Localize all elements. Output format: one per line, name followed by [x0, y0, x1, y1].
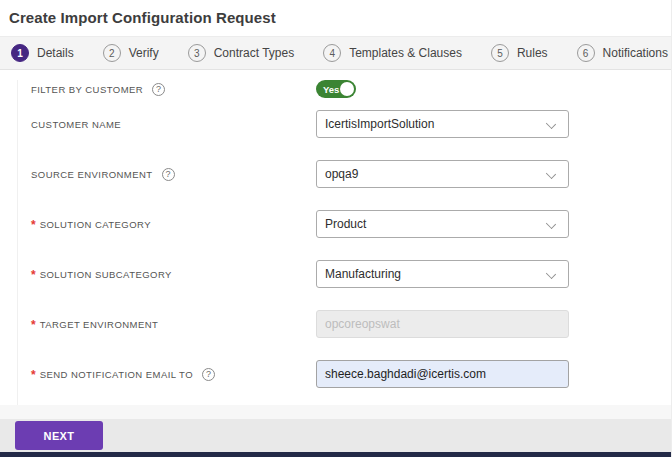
field-row-solution-subcategory: * SOLUTION SUBCATEGORY Manufacturing — [18, 260, 671, 288]
step-number-badge: 5 — [491, 44, 509, 62]
solution-category-select[interactable]: Product — [316, 210, 569, 238]
help-icon[interactable]: ? — [202, 368, 215, 381]
step-label: Notifications — [603, 46, 668, 60]
step-rules[interactable]: 5 Rules — [491, 44, 548, 62]
solution-category-label: SOLUTION CATEGORY — [40, 219, 151, 230]
step-notifications[interactable]: 6 Notifications — [577, 44, 668, 62]
next-button[interactable]: NEXT — [15, 421, 103, 450]
chevron-down-icon — [546, 219, 556, 229]
page-header: Create Import Configuration Request — [0, 0, 671, 36]
source-environment-label: SOURCE ENVIRONMENT — [31, 169, 153, 180]
bottom-accent-bar — [0, 452, 671, 457]
step-label: Details — [37, 46, 74, 60]
notification-email-input[interactable] — [316, 360, 569, 388]
target-environment-label: TARGET ENVIRONMENT — [40, 319, 159, 330]
required-marker: * — [31, 269, 36, 281]
field-row-send-notification-email: * SEND NOTIFICATION EMAIL TO ? — [18, 360, 671, 388]
step-verify[interactable]: 2 Verify — [103, 44, 159, 62]
step-number-badge: 6 — [577, 44, 595, 62]
help-icon[interactable]: ? — [162, 168, 175, 181]
field-row-solution-category: * SOLUTION CATEGORY Product — [18, 210, 671, 238]
send-notification-email-label: SEND NOTIFICATION EMAIL TO — [40, 369, 193, 380]
step-number-badge: 2 — [103, 44, 121, 62]
help-icon[interactable]: ? — [152, 83, 165, 96]
wizard-stepper: 1 Details 2 Verify 3 Contract Types 4 Te… — [0, 36, 671, 70]
footer-bar: NEXT — [0, 419, 671, 452]
chevron-down-icon — [546, 169, 556, 179]
solution-subcategory-label: SOLUTION SUBCATEGORY — [40, 269, 172, 280]
step-label: Contract Types — [214, 46, 294, 60]
customer-name-select[interactable]: IcertisImportSolution — [316, 110, 569, 138]
selected-value: Product — [325, 217, 366, 231]
target-environment-input — [316, 310, 569, 338]
field-row-customer-name: CUSTOMER NAME IcertisImportSolution — [18, 110, 671, 138]
selected-value: opqa9 — [325, 167, 358, 181]
field-row-target-environment: * TARGET ENVIRONMENT — [18, 310, 671, 338]
solution-subcategory-select[interactable]: Manufacturing — [316, 260, 569, 288]
field-row-source-environment: SOURCE ENVIRONMENT ? opqa9 — [18, 160, 671, 188]
step-contract-types[interactable]: 3 Contract Types — [188, 44, 294, 62]
step-label: Rules — [517, 46, 548, 60]
toggle-knob — [340, 82, 354, 96]
source-environment-select[interactable]: opqa9 — [316, 160, 569, 188]
required-marker: * — [31, 219, 36, 231]
step-templates-clauses[interactable]: 4 Templates & Clauses — [323, 44, 462, 62]
selected-value: IcertisImportSolution — [325, 117, 434, 131]
step-number-badge: 1 — [11, 44, 29, 62]
customer-name-label: CUSTOMER NAME — [31, 119, 121, 130]
selected-value: Manufacturing — [325, 267, 401, 281]
field-row-filter-by-customer: FILTER BY CUSTOMER ? Yes — [18, 80, 671, 98]
step-number-badge: 3 — [188, 44, 206, 62]
chevron-down-icon — [546, 119, 556, 129]
step-details[interactable]: 1 Details — [11, 44, 74, 62]
required-marker: * — [31, 369, 36, 381]
details-form: FILTER BY CUSTOMER ? Yes CUSTOMER NAME I… — [0, 70, 671, 405]
step-label: Templates & Clauses — [349, 46, 462, 60]
step-label: Verify — [129, 46, 159, 60]
chevron-down-icon — [546, 269, 556, 279]
page-title: Create Import Configuration Request — [9, 9, 671, 26]
filter-by-customer-toggle[interactable]: Yes — [316, 80, 356, 98]
filter-by-customer-label: FILTER BY CUSTOMER — [31, 84, 143, 95]
step-number-badge: 4 — [323, 44, 341, 62]
toggle-on-label: Yes — [323, 84, 339, 95]
footer-spacer — [0, 405, 671, 419]
required-marker: * — [31, 319, 36, 331]
